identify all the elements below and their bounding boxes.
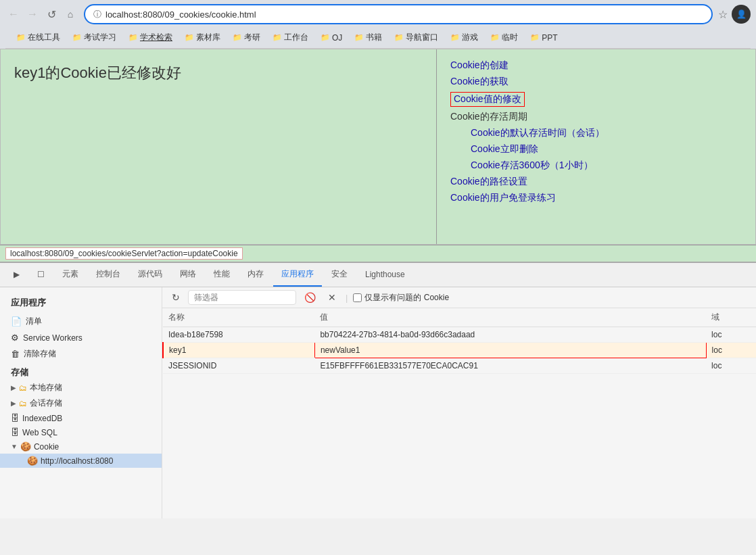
bookmark-star-icon[interactable]: ☆	[718, 8, 728, 21]
tab-memory[interactable]: 内存	[239, 263, 272, 287]
browser-content: key1的Cookie已经修改好 Cookie的创建 Cookie的获取 Coo…	[0, 49, 756, 245]
bookmark-考试学习[interactable]: 📁 考试学习	[67, 30, 122, 45]
home-button[interactable]: ⌂	[62, 6, 78, 22]
tab-performance[interactable]: 性能	[206, 263, 238, 287]
nav-link-cookie-autologin[interactable]: Cookie的用户免登录练习	[450, 192, 742, 204]
sidebar-item-label: IndexedDB	[22, 414, 62, 423]
tab-sources[interactable]: 源代码	[130, 263, 170, 287]
folder-icon: 📁	[273, 33, 282, 42]
clear-storage-icon: 🗑	[11, 349, 20, 359]
sidebar-item-label: http://localhost:8080	[41, 456, 113, 466]
bookmark-素材库[interactable]: 📁 素材库	[179, 30, 226, 45]
show-issues-checkbox-label[interactable]: 仅显示有问题的 Cookie	[353, 292, 449, 304]
tab-console[interactable]: 控制台	[88, 263, 128, 287]
sidebar-item-cookie[interactable]: ▼ 🍪 Cookie	[0, 439, 162, 454]
clear-button[interactable]: ✕	[324, 290, 340, 305]
cookie-name: key1	[163, 343, 314, 358]
folder-icon: 📁	[128, 33, 138, 42]
bookmark-label: 书籍	[366, 32, 382, 43]
status-bar: localhost:8080/09_cookies/cookieServlet?…	[0, 245, 756, 262]
cookie-domain: loc	[706, 327, 756, 343]
nav-link-cookie-create[interactable]: Cookie的创建	[450, 59, 742, 72]
nav-buttons: ← → ↺ ⌂	[5, 6, 78, 22]
refresh-cookies-button[interactable]: ↻	[168, 290, 184, 305]
cookie-domain: loc	[706, 358, 756, 374]
folder-icon: 📁	[233, 33, 242, 42]
nav-link-cookie-modify[interactable]: Cookie值的修改	[450, 92, 525, 107]
cookie-icon: 🍪	[20, 441, 31, 452]
bookmark-工作台[interactable]: 📁 工作台	[267, 30, 314, 45]
sidebar-storage-title: 存储	[0, 362, 162, 380]
bookmark-OJ[interactable]: 📁 OJ	[315, 32, 348, 44]
bookmark-书籍[interactable]: 📁 书籍	[349, 30, 387, 45]
cookie-name: JSESSIONID	[163, 358, 314, 374]
bookmark-考研[interactable]: 📁 考研	[227, 30, 266, 45]
show-issues-checkbox[interactable]	[353, 293, 362, 302]
table-row[interactable]: key1 newValue1 loc	[163, 343, 756, 358]
sidebar-item-indexeddb[interactable]: 🗄 IndexedDB	[0, 411, 162, 425]
bookmark-学术检索[interactable]: 📁 学术检索	[123, 30, 178, 45]
sidebar-item-label: Service Workers	[23, 333, 82, 343]
nav-link-cookie-delete[interactable]: Cookie立即删除	[450, 143, 742, 155]
page-nav-links: Cookie的创建 Cookie的获取 Cookie值的修改 Cookie的存活…	[437, 49, 755, 244]
page-content-panel: key1的Cookie已经修改好	[1, 49, 437, 244]
tab-application[interactable]: 应用程序	[273, 263, 322, 287]
folder-icon: 📁	[394, 33, 404, 42]
service-workers-icon: ⚙	[11, 333, 19, 343]
expand-icon: ▶	[11, 384, 16, 391]
sidebar-item-websql[interactable]: 🗄 Web SQL	[0, 425, 162, 439]
folder-icon: 📁	[72, 33, 82, 42]
cookies-table: 名称 值 域 Idea-b18e7598 bb704224-27b3-4814-…	[162, 308, 756, 374]
page-message: key1的Cookie已经修改好	[14, 63, 423, 83]
devtools-body: 应用程序 📄 清单 ⚙ Service Workers 🗑 清除存储 存储 ▶ …	[0, 287, 756, 518]
nav-link-cookie-3600[interactable]: Cookie存活3600秒（1小时）	[450, 160, 742, 172]
bookmark-游戏[interactable]: 📁 游戏	[445, 30, 483, 45]
status-url: localhost:8080/09_cookies/cookieServlet?…	[5, 247, 243, 260]
sidebar-item-service-workers[interactable]: ⚙ Service Workers	[0, 330, 162, 345]
tab-network[interactable]: 网络	[172, 263, 204, 287]
tab-select-cursor[interactable]: ▶	[5, 264, 28, 286]
folder-icon: 📁	[354, 33, 364, 42]
cookie-table: 名称 值 域 Idea-b18e7598 bb704224-27b3-4814-…	[162, 308, 756, 518]
separator: |	[346, 293, 348, 303]
sidebar-item-session-storage[interactable]: ▶ 🗂 会话存储	[0, 395, 162, 411]
table-row[interactable]: Idea-b18e7598 bb704224-27b3-4814-ba0d-93…	[163, 327, 756, 343]
tab-inspect[interactable]: ☐	[29, 264, 53, 286]
address-info-icon: ⓘ	[93, 9, 101, 20]
sidebar-item-clear-storage[interactable]: 🗑 清除存储	[0, 345, 162, 362]
cookie-domain: loc	[706, 343, 756, 358]
table-row[interactable]: JSESSIONID E15FBFFFF661EB331577E70ECA0CA…	[163, 358, 756, 374]
sidebar-item-cookie-localhost[interactable]: 🍪 http://localhost:8080	[0, 454, 162, 468]
address-bar[interactable]: ⓘ localhost:8080/09_cookies/cookie.html	[84, 4, 713, 24]
bookmarks-bar: 📁 在线工具 📁 考试学习 📁 学术检索 📁 素材库 📁 考研 📁 工作台 📁 …	[5, 28, 751, 49]
browser-actions: ☆ 👤	[718, 5, 751, 24]
tab-security[interactable]: 安全	[323, 263, 356, 287]
sidebar-item-local-storage[interactable]: ▶ 🗂 本地存储	[0, 380, 162, 395]
checkbox-label-text: 仅显示有问题的 Cookie	[364, 292, 449, 304]
sidebar-item-manifest[interactable]: 📄 清单	[0, 313, 162, 330]
bookmark-label: 考试学习	[84, 32, 116, 43]
tab-elements[interactable]: 元素	[54, 263, 87, 287]
bookmark-临时[interactable]: 📁 临时	[485, 30, 523, 45]
filter-input[interactable]	[188, 290, 296, 305]
nav-link-cookie-path[interactable]: Cookie的路径设置	[450, 176, 742, 188]
nav-link-cookie-get[interactable]: Cookie的获取	[450, 76, 742, 88]
forward-button[interactable]: →	[24, 6, 41, 22]
profile-button[interactable]: 👤	[732, 5, 751, 24]
sidebar-item-label: 清除存储	[24, 348, 56, 360]
bookmark-label: 游戏	[462, 32, 478, 43]
nav-link-cookie-default-time[interactable]: Cookie的默认存活时间（会话）	[450, 127, 742, 139]
address-text: localhost:8080/09_cookies/cookie.html	[105, 9, 703, 20]
bookmark-PPT[interactable]: 📁 PPT	[525, 32, 563, 44]
bookmark-导航窗口[interactable]: 📁 导航窗口	[389, 30, 444, 45]
session-storage-icon: 🗂	[19, 399, 27, 408]
col-header-domain: 域	[706, 308, 756, 327]
folder-icon: 📁	[450, 33, 460, 42]
refresh-button[interactable]: ↺	[43, 6, 60, 22]
tab-lighthouse[interactable]: Lighthouse	[357, 264, 413, 286]
bookmark-在线工具[interactable]: 📁 在线工具	[11, 30, 66, 45]
sidebar-item-label: 本地存储	[30, 382, 62, 393]
block-button[interactable]: 🚫	[300, 290, 320, 305]
back-button[interactable]: ←	[5, 6, 22, 22]
devtools-panel: ▶ ☐ 元素 控制台 源代码 网络 性能 内存 应用程序 安全 Lighthou…	[0, 262, 756, 518]
